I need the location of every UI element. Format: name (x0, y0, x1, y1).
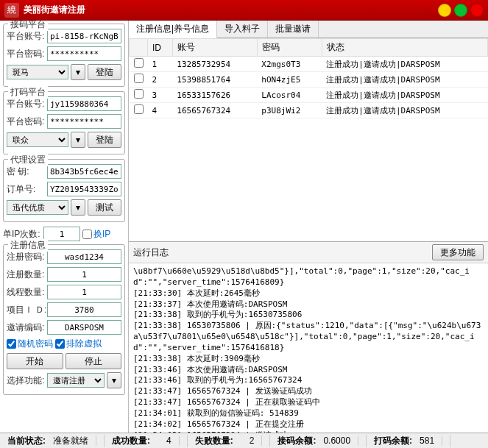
dama-legend: 打码平台 (8, 86, 48, 99)
jiema-pwd-input[interactable] (47, 46, 121, 61)
dama-pwd-label: 平台密码: (7, 115, 45, 128)
col-pwd: 密码 (257, 39, 322, 57)
reg-proj-label: 项目Ｉ Ｄ: (7, 304, 45, 316)
maximize-button[interactable] (454, 4, 467, 17)
jiema-dropdown-button[interactable]: ▾ (71, 64, 85, 80)
col-acct: 账号 (172, 39, 257, 57)
jiema-acct-label: 平台账号: (7, 30, 45, 43)
log-output: \u8bf7\u660e\u5929\u518d\u8bd5"}],"total… (129, 263, 488, 433)
table-row[interactable]: 316533157626LAcosr04注册成功|邀请成功|DARSPOSM (130, 88, 488, 103)
row-checkbox[interactable] (134, 104, 144, 114)
tab-batch-invite[interactable]: 批量邀请 (268, 21, 319, 38)
ip-label: 单IP次数: (3, 228, 41, 241)
func-dropdown-button[interactable]: ▾ (107, 372, 121, 388)
proxy-key-label: 密 钥: (7, 166, 45, 178)
jiema-legend: 接码平台 (8, 21, 48, 31)
reg-count-label: 注册数量: (7, 269, 45, 281)
start-button[interactable]: 开始 (7, 353, 63, 369)
reg-legend: 注册信息 (8, 239, 48, 252)
proxy-dropdown-button[interactable]: ▾ (71, 199, 85, 216)
col-status: 状态 (322, 39, 487, 57)
table-row[interactable]: 215398851764hON4zjE5注册成功|邀请成功|DARSPOSM (130, 72, 488, 88)
ip-count-input[interactable] (43, 227, 80, 241)
minimize-button[interactable] (438, 4, 451, 17)
reg-pwd-label: 注册密码: (7, 251, 45, 263)
reg-count-input[interactable] (47, 267, 121, 282)
jiema-provider-select[interactable]: 斑马 (7, 65, 68, 79)
app-logo: 繞 (4, 3, 19, 18)
reg-code-label: 邀请编码: (7, 321, 45, 334)
dama-provider-select[interactable]: 联众 (7, 132, 68, 147)
dama-pwd-input[interactable] (47, 114, 121, 129)
stop-button[interactable]: 停止 (66, 353, 122, 369)
table-row[interactable]: 113285732954X2mgs0T3注册成功|邀请成功|DARSPOSM (130, 57, 488, 72)
dama-acct-input[interactable] (47, 96, 121, 111)
proxy-order-label: 订单号: (7, 183, 45, 196)
col-id: ID (148, 39, 173, 57)
row-checkbox[interactable] (134, 74, 144, 83)
accounts-table: ID 账号 密码 状态 113285732954X2mgs0T3注册成功|邀请成… (129, 38, 488, 118)
close-button[interactable] (470, 4, 484, 17)
tab-reg-info[interactable]: 注册信息|养号信息 (129, 21, 217, 38)
reg-code-input[interactable] (47, 320, 121, 335)
row-checkbox[interactable] (134, 89, 144, 99)
table-row[interactable]: 416565767324p3U8jWi2注册成功|邀请成功|DARSPOSM (130, 103, 488, 118)
proxy-provider-select[interactable]: 迅代优质 (7, 200, 68, 215)
status-bar: 当前状态:准备就绪 成功数量: 4 失败数量: 2 接码余额:0.6000 打码… (0, 433, 488, 448)
reg-pwd-input[interactable] (47, 249, 121, 264)
reg-threads-input[interactable] (47, 285, 121, 299)
exclude-virtual-checkbox[interactable]: 排除虚拟 (55, 338, 102, 350)
proxy-key-input[interactable] (47, 164, 121, 179)
rand-pwd-checkbox[interactable]: 随机密码 (7, 338, 53, 350)
proxy-order-input[interactable] (47, 182, 121, 196)
more-func-button[interactable]: 更多功能 (432, 244, 484, 260)
proxy-legend: 代理设置 (8, 154, 48, 166)
dama-login-button[interactable]: 登陆 (88, 132, 121, 148)
reg-proj-input[interactable] (47, 302, 121, 317)
row-checkbox[interactable] (134, 58, 144, 68)
jiema-pwd-label: 平台密码: (7, 48, 45, 60)
reg-threads-label: 线程数量: (7, 286, 45, 299)
func-label: 选择功能: (7, 374, 45, 387)
window-title: 美丽街邀请注册 (24, 4, 435, 16)
func-select[interactable]: 邀请注册 (47, 373, 105, 388)
proxy-test-button[interactable]: 测试 (88, 199, 121, 216)
jiema-acct-input[interactable] (47, 29, 121, 43)
jiema-login-button[interactable]: 登陆 (88, 64, 121, 80)
swap-ip-checkbox[interactable]: 换IP (82, 228, 110, 241)
dama-dropdown-button[interactable]: ▾ (71, 132, 85, 148)
tab-import[interactable]: 导入料子 (217, 21, 268, 38)
dama-acct-label: 平台账号: (7, 98, 45, 110)
log-title: 运行日志 (133, 246, 169, 259)
